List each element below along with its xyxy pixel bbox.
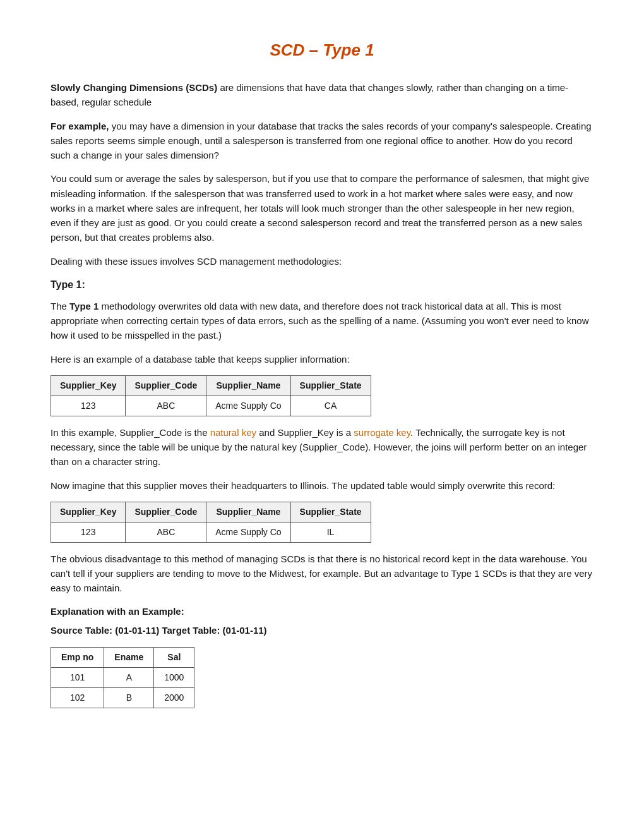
type1-intro: The	[51, 301, 69, 311]
table-row: 123 ABC Acme Supply Co CA	[51, 396, 371, 416]
cell-sal-1: 1000	[154, 667, 194, 687]
col-ename: Ename	[104, 647, 154, 667]
cell-name-1: Acme Supply Co	[206, 396, 290, 416]
col-supplier-code-1: Supplier_Code	[126, 375, 206, 396]
para2: You could sum or average the sales by sa…	[51, 171, 593, 245]
natural-key-label: natural key	[210, 427, 256, 438]
supplier-table-1: Supplier_Key Supplier_Code Supplier_Name…	[51, 375, 371, 416]
table-row: 101 A 1000	[51, 667, 194, 687]
type1-description: The Type 1 methodology overwrites old da…	[51, 299, 593, 343]
source-table-heading: Source Table: (01-01-11) Target Table: (…	[51, 624, 593, 638]
col-supplier-code-2: Supplier_Code	[126, 502, 206, 522]
table2-intro: Now imagine that this supplier moves the…	[51, 478, 593, 493]
intro-bold: Slowly Changing Dimensions (SCDs)	[51, 82, 217, 93]
cell-name-2: Acme Supply Co	[206, 522, 290, 542]
cell-empno-2: 102	[51, 687, 104, 708]
cell-sal-2: 2000	[154, 687, 194, 708]
supplier-table-2: Supplier_Key Supplier_Code Supplier_Name…	[51, 502, 371, 543]
col-supplier-state-2: Supplier_State	[290, 502, 371, 522]
col-supplier-name-2: Supplier_Name	[206, 502, 290, 522]
table-row: 102 B 2000	[51, 687, 194, 708]
col-supplier-name-1: Supplier_Name	[206, 375, 290, 396]
type1-bold: Type 1	[69, 301, 98, 311]
explanation-heading: Explanation with an Example:	[51, 605, 593, 619]
col-supplier-state-1: Supplier_State	[290, 375, 371, 396]
cell-empno-1: 101	[51, 667, 104, 687]
table-row: 123 ABC Acme Supply Co IL	[51, 522, 371, 542]
table1-intro: Here is an example of a database table t…	[51, 352, 593, 366]
emp-table: Emp no Ename Sal 101 A 1000 102 B 2000	[51, 647, 194, 708]
type1-heading: Type 1:	[51, 277, 593, 293]
cell-key-2: 123	[51, 522, 126, 542]
cell-ename-2: B	[104, 687, 154, 708]
col-empno: Emp no	[51, 647, 104, 667]
surrogate-key-label: surrogate key	[354, 427, 410, 438]
cell-code-2: ABC	[126, 522, 206, 542]
cell-code-1: ABC	[126, 396, 206, 416]
col-sal: Sal	[154, 647, 194, 667]
cell-key-1: 123	[51, 396, 126, 416]
cell-state-2: IL	[290, 522, 371, 542]
example-paragraph: For example, you may have a dimension in…	[51, 119, 593, 163]
page-title: SCD – Type 1	[51, 38, 593, 63]
para3: Dealing with these issues involves SCD m…	[51, 254, 593, 269]
explanation2: and Supplier_Key is a	[256, 427, 354, 438]
example-lead: For example,	[51, 121, 109, 131]
example-text: you may have a dimension in your databas…	[51, 121, 592, 161]
cell-ename-1: A	[104, 667, 154, 687]
intro-paragraph: Slowly Changing Dimensions (SCDs) are di…	[51, 80, 593, 110]
cell-state-1: CA	[290, 396, 371, 416]
explanation-paragraph: In this example, Supplier_Code is the na…	[51, 425, 593, 469]
type1-rest: methodology overwrites old data with new…	[51, 301, 589, 341]
disadvantage-paragraph: The obvious disadvantage to this method …	[51, 552, 593, 596]
col-supplier-key-1: Supplier_Key	[51, 375, 126, 396]
explanation1: In this example, Supplier_Code is the	[51, 427, 210, 438]
col-supplier-key-2: Supplier_Key	[51, 502, 126, 522]
